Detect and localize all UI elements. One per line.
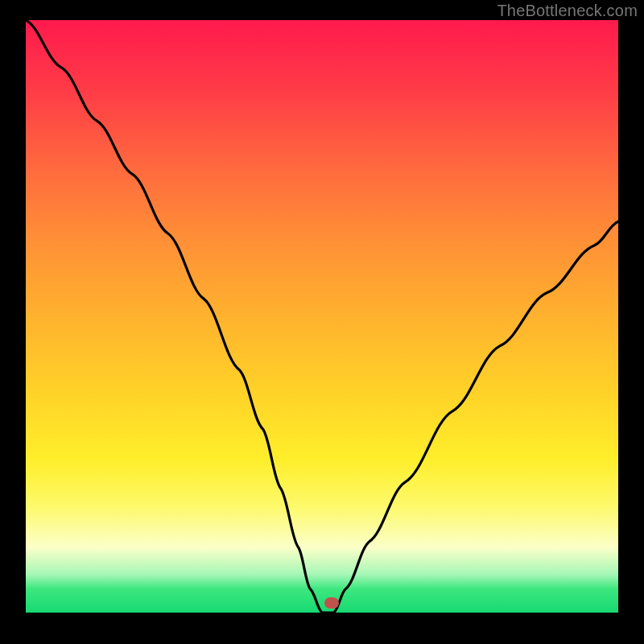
watermark-text: TheBottleneck.com	[497, 2, 638, 20]
curve-svg	[26, 20, 618, 613]
chart-frame	[0, 20, 644, 644]
min-marker	[324, 597, 339, 609]
plot-area	[26, 20, 618, 613]
bottleneck-curve-path	[26, 20, 618, 613]
